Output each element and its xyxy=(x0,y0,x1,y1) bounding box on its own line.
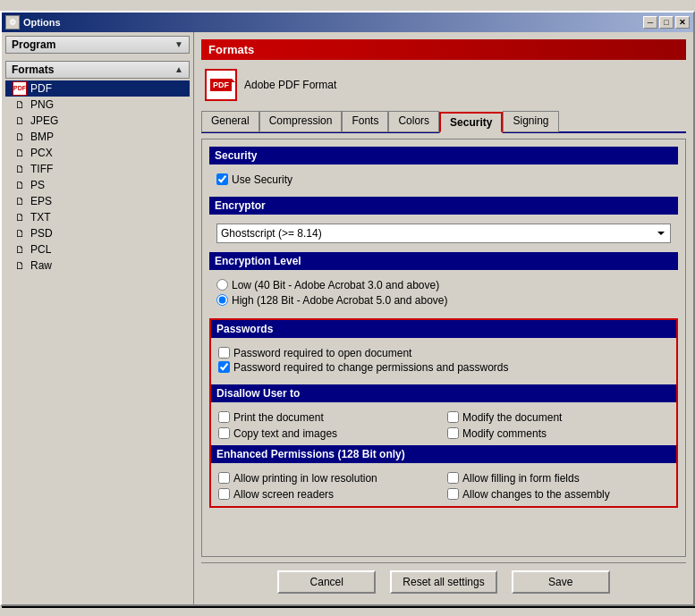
pdf-format-row: PDF Adobe PDF Format xyxy=(201,65,686,105)
allow-assembly-row: Allow changes to the assembly xyxy=(447,488,669,501)
enhanced-section-bar: Enhanced Permissions (128 Bit only) xyxy=(211,445,676,463)
allow-low-print-row: Allow printing in low resolution xyxy=(218,472,440,485)
minimize-button[interactable]: ─ xyxy=(643,16,657,29)
png-file-icon: 🗋 xyxy=(13,97,27,112)
sidebar-item-tiff[interactable]: 🗋 TIFF xyxy=(5,161,190,177)
sidebar-item-bmp[interactable]: 🗋 BMP xyxy=(5,129,190,145)
use-security-row: Use Security xyxy=(216,173,671,186)
tab-fonts[interactable]: Fonts xyxy=(342,111,388,132)
disallow-comments-checkbox[interactable] xyxy=(447,427,459,439)
tab-compression[interactable]: Compression xyxy=(259,111,343,132)
sidebar-item-png[interactable]: 🗋 PNG xyxy=(5,97,190,113)
high-encryption-label: High (128 Bit - Adobe Acrobat 5.0 and ab… xyxy=(232,294,448,307)
formats-collapse-icon: ▲ xyxy=(174,64,183,74)
security-section-bar: Security xyxy=(209,147,678,165)
window-title: Options xyxy=(23,17,61,28)
program-label: Program xyxy=(12,38,55,51)
ps-file-icon: 🗋 xyxy=(13,178,27,192)
disallow-section-bar: Disallow User to xyxy=(211,384,676,402)
disallow-print-checkbox[interactable] xyxy=(218,411,230,423)
sidebar-item-label-jpeg: JPEG xyxy=(30,114,58,127)
allow-screen-readers-row: Allow screen readers xyxy=(218,488,440,501)
allow-assembly-label: Allow changes to the assembly xyxy=(462,488,610,501)
allow-low-print-checkbox[interactable] xyxy=(218,472,230,484)
disallow-comments-label: Modify comments xyxy=(462,427,547,440)
enhanced-section-title: Enhanced Permissions (128 Bit only) xyxy=(216,448,405,460)
tab-general-label: General xyxy=(211,114,250,127)
pdf-big-icon: PDF xyxy=(205,69,237,101)
tab-general[interactable]: General xyxy=(201,111,259,132)
high-encryption-radio[interactable] xyxy=(216,294,228,306)
low-encryption-row: Low (40 Bit - Adobe Acrobat 3.0 and abov… xyxy=(216,279,671,291)
jpeg-file-icon: 🗋 xyxy=(13,114,27,128)
disallow-modify-checkbox[interactable] xyxy=(447,411,459,423)
tab-compression-label: Compression xyxy=(269,114,333,127)
enhanced-content: Allow printing in low resolution Allow f… xyxy=(211,468,676,506)
disallow-copy-row: Copy text and images xyxy=(218,427,440,440)
sidebar-item-psd[interactable]: 🗋 PSD xyxy=(5,225,190,241)
sidebar-item-eps[interactable]: 🗋 EPS xyxy=(5,193,190,209)
allow-assembly-checkbox[interactable] xyxy=(447,488,459,500)
options-window: ⚙ Options ─ □ ✕ Program ▼ Formats ▲ PDF xyxy=(0,11,695,606)
program-collapse-icon: ▼ xyxy=(174,39,183,49)
save-button[interactable]: Save xyxy=(512,570,610,594)
sidebar-item-label-png: PNG xyxy=(30,98,54,111)
tab-fonts-label: Fonts xyxy=(352,114,378,127)
encryptor-section-title: Encryptor xyxy=(215,199,266,212)
sidebar-item-pcl[interactable]: 🗋 PCL xyxy=(5,241,190,257)
encryptor-dropdown-row: Ghostscript (>= 8.14) Ghostscript (< 8.1… xyxy=(209,220,678,247)
bmp-file-icon: 🗋 xyxy=(13,130,27,144)
disallow-content: Print the document Modify the document C… xyxy=(211,408,676,445)
sidebar-item-pcx[interactable]: 🗋 PCX xyxy=(5,145,190,161)
tab-security[interactable]: Security xyxy=(439,112,503,133)
window-body: Program ▼ Formats ▲ PDF PDF 🗋 PNG 🗋 JPEG xyxy=(2,32,693,604)
security-section-content: Use Security xyxy=(209,170,678,191)
password-change-checkbox[interactable] xyxy=(218,361,230,373)
pdf-big-icon-inner: PDF xyxy=(210,79,232,91)
main-content: Formats PDF Adobe PDF Format General Com… xyxy=(194,32,693,604)
disallow-copy-checkbox[interactable] xyxy=(218,427,230,439)
allow-form-fields-label: Allow filling in form fields xyxy=(462,472,580,485)
low-encryption-label: Low (40 Bit - Adobe Acrobat 3.0 and abov… xyxy=(232,279,439,291)
formats-section-header[interactable]: Formats ▲ xyxy=(5,61,190,79)
passwords-box: Passwords Password required to open docu… xyxy=(209,318,678,508)
high-encryption-row: High (128 Bit - Adobe Acrobat 5.0 and ab… xyxy=(216,294,671,307)
password-change-row: Password required to change permissions … xyxy=(218,361,669,374)
encryptor-dropdown[interactable]: Ghostscript (>= 8.14) Ghostscript (< 8.1… xyxy=(216,224,671,243)
formats-banner: Formats xyxy=(201,39,686,60)
allow-screen-readers-checkbox[interactable] xyxy=(218,488,230,500)
allow-low-print-label: Allow printing in low resolution xyxy=(233,472,377,485)
sidebar-item-label-ps: PS xyxy=(30,179,45,191)
tab-security-label: Security xyxy=(450,116,492,129)
sidebar-item-pdf[interactable]: PDF PDF xyxy=(5,80,190,97)
password-open-checkbox[interactable] xyxy=(218,347,230,359)
sidebar-item-label-bmp: BMP xyxy=(30,131,54,143)
raw-file-icon: 🗋 xyxy=(13,258,27,273)
maximize-button[interactable]: □ xyxy=(659,16,674,29)
close-button[interactable]: ✕ xyxy=(675,16,690,29)
sidebar-item-jpeg[interactable]: 🗋 JPEG xyxy=(5,113,190,129)
use-security-checkbox[interactable] xyxy=(216,173,228,185)
password-open-label: Password required to open document xyxy=(233,347,411,359)
use-security-label: Use Security xyxy=(232,173,292,186)
titlebar-buttons: ─ □ ✕ xyxy=(643,16,690,29)
tab-signing[interactable]: Signing xyxy=(503,111,558,132)
tab-colors[interactable]: Colors xyxy=(388,111,439,132)
sidebar-item-raw[interactable]: 🗋 Raw xyxy=(5,257,190,274)
sidebar-item-label-pcx: PCX xyxy=(30,147,53,159)
encryptor-section-bar: Encryptor xyxy=(209,197,678,215)
passwords-content: Password required to open document Passw… xyxy=(211,343,676,379)
sidebar-item-ps[interactable]: 🗋 PS xyxy=(5,177,190,193)
low-encryption-radio[interactable] xyxy=(216,279,228,291)
cancel-button[interactable]: Cancel xyxy=(277,570,376,594)
allow-form-fields-checkbox[interactable] xyxy=(447,472,459,484)
bottom-buttons: Cancel Reset all settings Save xyxy=(201,562,686,597)
allow-form-fields-row: Allow filling in form fields xyxy=(447,472,669,485)
sidebar-item-label-pdf: PDF xyxy=(30,82,52,95)
encryption-level-content: Low (40 Bit - Adobe Acrobat 3.0 and abov… xyxy=(209,275,678,313)
app-icon: ⚙ xyxy=(5,15,20,30)
sidebar-item-txt[interactable]: 🗋 TXT xyxy=(5,209,190,225)
reset-button[interactable]: Reset all settings xyxy=(390,570,496,594)
program-section-header[interactable]: Program ▼ xyxy=(5,36,190,54)
eps-file-icon: 🗋 xyxy=(13,194,27,208)
